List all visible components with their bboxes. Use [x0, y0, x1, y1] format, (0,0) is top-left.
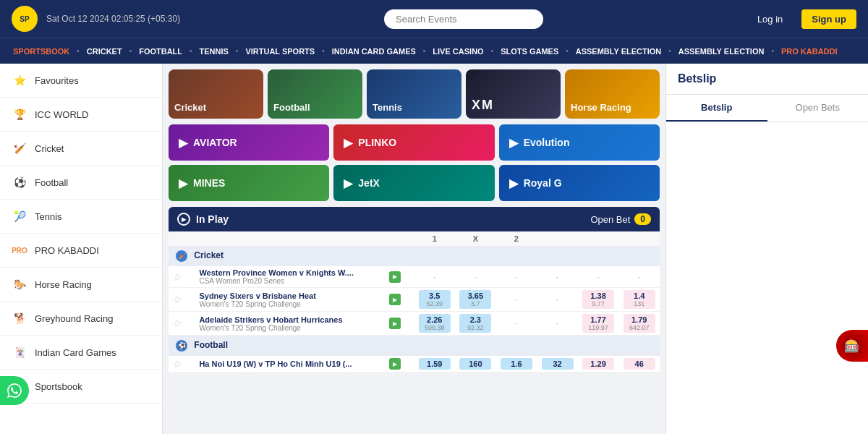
match-star[interactable]: ☆ — [169, 266, 195, 288]
odds3-1[interactable]: 2.26 509.38 — [414, 312, 455, 336]
match-title-3: Adelaide Strikers v Hobart Hurricanes — [199, 315, 380, 324]
sport-cards-row: Cricket Football Tennis XM Horse Racing — [169, 69, 660, 119]
live-stream-icon-2: ▶ — [389, 294, 401, 305]
odds2-2b[interactable]: 1.38 9.77 — [578, 288, 619, 312]
odds-button-3d: 1.79 642.07 — [624, 314, 655, 333]
cricket-sport-icon: 🏏 — [176, 250, 187, 262]
mines-banner[interactable]: ▶ MINES — [169, 165, 329, 201]
odds2-x[interactable]: 3.65 3.7 — [455, 288, 496, 312]
football-sport-label: ⚽ Football — [169, 336, 660, 357]
football-card-label: Football — [273, 102, 310, 113]
play-circle-icon: ▶ — [177, 213, 190, 226]
odds-2b: - — [578, 266, 619, 288]
plinko-banner[interactable]: ▶ PLINKO — [333, 124, 494, 161]
nav-football[interactable]: FOOTBALL — [132, 47, 190, 56]
logo[interactable]: SP — [12, 6, 38, 32]
odds-button: 3.65 3.7 — [459, 290, 491, 309]
sidebar-item-horseracing[interactable]: 🐎 Horse Racing — [0, 268, 162, 302]
odds-x: - — [455, 266, 496, 288]
star-icon: ☆ — [173, 318, 182, 329]
sidebar-item-football[interactable]: ⚽ Football — [0, 166, 162, 200]
fb-odds-btn-2a: 32 — [542, 358, 574, 370]
jetx-banner[interactable]: ▶ JetX — [333, 165, 494, 201]
casino-float-button[interactable]: 🎰 — [836, 330, 868, 362]
signup-button[interactable]: Sign up — [801, 9, 856, 29]
fb-live-icon[interactable]: ▶ — [385, 356, 414, 373]
nav-sportsbook[interactable]: SPORTSBOOK — [6, 47, 77, 56]
sidebar-item-greyhound[interactable]: 🐕 Greyhound Racing — [0, 302, 162, 336]
sidebar-item-cricket[interactable]: 🏏 Cricket — [0, 132, 162, 166]
odds-1: - — [414, 266, 455, 288]
fb-odds-1[interactable]: 1.59 — [414, 356, 455, 373]
horse-card[interactable]: Horse Racing — [565, 69, 660, 119]
odds3-x[interactable]: 2.3 92.32 — [455, 312, 496, 336]
inplay-title: ▶ In Play — [177, 213, 229, 226]
aviator-label: AVIATOR — [193, 137, 237, 148]
odds-button-3a: 2.26 509.38 — [419, 314, 451, 333]
match-sub-3: Women's T20 Spring Challenge — [199, 324, 380, 332]
match-star-2[interactable]: ☆ — [169, 288, 195, 312]
whatsapp-button[interactable] — [0, 376, 29, 405]
odds-button-3b: 2.3 92.32 — [459, 314, 491, 333]
open-bet-count: 0 — [634, 213, 651, 225]
chips-icon: 🎰 — [844, 338, 860, 354]
nav-slots[interactable]: SLOTS GAMES — [493, 47, 566, 56]
search-input[interactable] — [384, 9, 543, 29]
aviator-banner[interactable]: ▶ AVIATOR — [169, 124, 329, 161]
tennis-card[interactable]: Tennis — [367, 69, 461, 119]
nav-live-casino[interactable]: LIVE CASINO — [425, 47, 490, 56]
match-star-3[interactable]: ☆ — [169, 312, 195, 336]
royal-label: Royal G — [524, 177, 562, 189]
sidebar-item-tennis[interactable]: 🎾 Tennis — [0, 200, 162, 234]
fb-odds-btn-x2: 1.6 — [501, 358, 532, 370]
fb-odds-x2[interactable]: 1.6 — [496, 356, 537, 373]
table-row: ☆ Sydney Sixers v Brisbane Heat Women's … — [169, 288, 660, 312]
cricket-card-label: Cricket — [174, 102, 206, 113]
football-card[interactable]: Football — [268, 69, 362, 119]
odds-button: 3.5 52.39 — [419, 290, 451, 309]
login-button[interactable]: Log in — [747, 9, 793, 29]
tab-open-bets[interactable]: Open Bets — [767, 95, 869, 122]
table-row: ☆ Adelaide Strikers v Hobart Hurricanes … — [169, 312, 660, 336]
sidebar-item-icc[interactable]: 🏆 ICC WORLD — [0, 98, 162, 132]
match-live-icon-2[interactable]: ▶ — [385, 288, 414, 312]
fb-odds-2b[interactable]: 1.29 — [578, 356, 619, 373]
cards-icon: 🃏 — [12, 344, 27, 360]
nav-assembly-election-2[interactable]: ASSEMBLY ELECTION — [671, 47, 772, 56]
odds3-2b[interactable]: 1.77 119.97 — [578, 312, 619, 336]
nav-virtual-sports[interactable]: VIRTUAL SPORTS — [238, 47, 322, 56]
football-icon: ⚽ — [12, 174, 27, 190]
royal-banner[interactable]: ▶ Royal G — [499, 165, 660, 201]
evolution-banner[interactable]: ▶ Evolution — [499, 124, 660, 161]
nav-cricket[interactable]: CRICKET — [80, 47, 129, 56]
sidebar-label-icc: ICC WORLD — [35, 109, 88, 120]
fb-odds-btn-1: 1.59 — [419, 358, 451, 370]
live-stream-icon: ▶ — [389, 271, 401, 283]
odds-button-pink2: 1.4 131 — [624, 290, 655, 309]
sidebar-item-favourites[interactable]: ⭐ Favourites — [0, 64, 162, 98]
fb-odds-x[interactable]: 160 — [455, 356, 496, 373]
nav-assembly-election-1[interactable]: ASSEMBLY ELECTION — [569, 47, 669, 56]
betslip-tabs: Betslip Open Bets — [666, 95, 868, 122]
xm-card[interactable]: XM — [466, 69, 561, 119]
sidebar-item-indiancard[interactable]: 🃏 Indian Card Games — [0, 336, 162, 370]
evolution-label: Evolution — [524, 137, 570, 148]
odds2-1[interactable]: 3.5 52.39 — [414, 288, 455, 312]
sidebar-item-prokabaddi[interactable]: PRO PRO KABADDI — [0, 234, 162, 268]
nav-indian-card-games[interactable]: INDIAN CARD GAMES — [325, 47, 423, 56]
odds2-2c[interactable]: 1.4 131 — [618, 288, 660, 312]
nav-pro-kabaddi[interactable]: PRO KABADDI — [774, 47, 845, 56]
fb-match-star[interactable]: ☆ — [169, 356, 195, 373]
table-row: ☆ Western Province Women v Knights W....… — [169, 266, 660, 288]
aviator-arrow-icon: ▶ — [179, 136, 187, 150]
cricket-col-x: X — [455, 231, 496, 246]
fb-odds-2c[interactable]: 46 — [618, 356, 660, 373]
match-live-icon-3[interactable]: ▶ — [385, 312, 414, 336]
match-live-icon[interactable]: ▶ — [385, 266, 414, 288]
cricket-card[interactable]: Cricket — [169, 69, 263, 119]
odds3-2c[interactable]: 1.79 642.07 — [618, 312, 660, 336]
tab-betslip[interactable]: Betslip — [666, 95, 767, 122]
nav-tennis[interactable]: TENNIS — [192, 47, 236, 56]
fb-odds-2a[interactable]: 32 — [537, 356, 578, 373]
sidebar-label-sportsbook: Sportsbook — [35, 381, 82, 392]
